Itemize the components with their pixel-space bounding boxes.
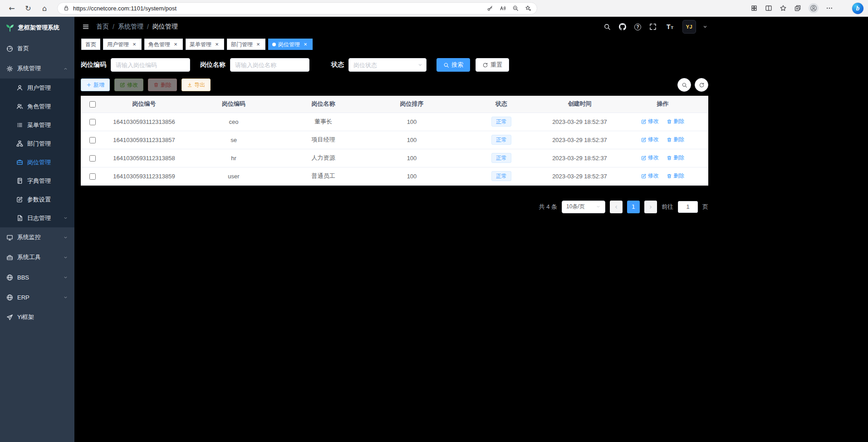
page-1-button[interactable]: 1 bbox=[627, 201, 640, 213]
breadcrumb-system-mgmt[interactable]: 系统管理 bbox=[118, 23, 143, 31]
address-bar[interactable]: https://ccnetcore.com:1101/system/post bbox=[57, 2, 537, 15]
next-page-button[interactable]: › bbox=[644, 201, 657, 213]
post-code-label: 岗位编码 bbox=[81, 61, 106, 69]
zoom-out-icon[interactable] bbox=[512, 5, 519, 11]
row-delete-link[interactable]: 删除 bbox=[667, 154, 684, 162]
row-edit-link[interactable]: 修改 bbox=[641, 154, 659, 162]
browser-back-button[interactable]: ← bbox=[5, 2, 19, 15]
avatar-caret-icon[interactable] bbox=[702, 24, 708, 29]
password-key-icon[interactable] bbox=[487, 5, 493, 11]
status-select-input[interactable] bbox=[348, 58, 427, 72]
post-name-input[interactable] bbox=[230, 58, 309, 72]
tab-close-icon[interactable]: × bbox=[214, 41, 220, 48]
sidebar-item-label: 首页 bbox=[17, 44, 29, 53]
goto-page-input[interactable] bbox=[678, 201, 698, 213]
export-button[interactable]: 导出 bbox=[181, 79, 211, 91]
sidebar-item-label: 系统管理 bbox=[17, 64, 41, 73]
add-button[interactable]: 新增 bbox=[81, 79, 110, 91]
col-status: 状态 bbox=[461, 96, 542, 113]
sidebar-item-yi-framework[interactable]: Yi框架 bbox=[0, 307, 74, 327]
page-size-select[interactable]: 10条/页 bbox=[562, 201, 605, 213]
sidebar-item-system-tools[interactable]: 系统工具 bbox=[0, 247, 74, 267]
tab-close-icon[interactable]: × bbox=[302, 41, 309, 48]
github-button[interactable] bbox=[618, 22, 627, 31]
font-size-button[interactable]: TT bbox=[664, 23, 676, 31]
user-avatar[interactable]: YJ bbox=[682, 20, 696, 34]
status-label: 状态 bbox=[331, 61, 344, 69]
sidebar-item-bbs[interactable]: BBS bbox=[0, 267, 74, 287]
font-size-icon: T bbox=[667, 23, 671, 30]
tab-close-icon[interactable]: × bbox=[255, 41, 261, 48]
tab-role-mgmt[interactable]: 角色管理× bbox=[144, 39, 183, 50]
row-delete-link[interactable]: 删除 bbox=[667, 136, 684, 143]
prev-page-button[interactable]: ‹ bbox=[610, 201, 623, 213]
sidebar-item-role-mgmt[interactable]: 角色管理 bbox=[0, 97, 74, 116]
sidebar-item-menu-mgmt[interactable]: 菜单管理 bbox=[0, 116, 74, 134]
row-checkbox[interactable] bbox=[89, 173, 96, 180]
breadcrumb-home[interactable]: 首页 bbox=[96, 23, 109, 31]
row-edit-link[interactable]: 修改 bbox=[641, 118, 659, 125]
tab-close-icon[interactable]: × bbox=[131, 41, 137, 48]
read-aloud-icon[interactable] bbox=[500, 5, 506, 11]
sidebar-item-erp[interactable]: ERP bbox=[0, 287, 74, 307]
browser-home-button[interactable]: ⌂ bbox=[37, 2, 52, 15]
sidebar-item-label: 用户管理 bbox=[27, 84, 51, 92]
fullscreen-button[interactable] bbox=[648, 22, 657, 31]
cell-post-sort: 100 bbox=[363, 167, 461, 185]
browser-menu-dots-icon[interactable] bbox=[826, 5, 833, 12]
edit-icon bbox=[16, 196, 23, 203]
row-delete-link[interactable]: 删除 bbox=[667, 172, 684, 180]
breadcrumb: 首页 / 系统管理 / 岗位管理 bbox=[96, 23, 178, 31]
tab-post-mgmt[interactable]: 岗位管理× bbox=[268, 39, 313, 50]
table-row: 1641030593112313859 user 普通员工 100 正常 202… bbox=[81, 167, 708, 185]
sidebar-toggle-button[interactable] bbox=[81, 22, 90, 31]
app-logo[interactable]: 意框架管理系统 bbox=[0, 17, 74, 39]
sidebar-item-param-settings[interactable]: 参数设置 bbox=[0, 190, 74, 209]
toggle-search-button[interactable] bbox=[677, 78, 691, 92]
sidebar-item-user-mgmt[interactable]: 用户管理 bbox=[0, 79, 74, 97]
reset-button[interactable]: 重置 bbox=[476, 58, 509, 72]
status-select[interactable] bbox=[348, 58, 427, 72]
post-code-input[interactable] bbox=[111, 58, 190, 72]
sidebar-item-post-mgmt[interactable]: 岗位管理 bbox=[0, 153, 74, 172]
collections-icon[interactable] bbox=[794, 5, 801, 12]
sidebar-item-label: 系统工具 bbox=[17, 253, 41, 261]
browser-refresh-button[interactable]: ↻ bbox=[21, 2, 35, 15]
tab-menu-mgmt[interactable]: 菜单管理× bbox=[186, 39, 224, 50]
split-screen-icon[interactable] bbox=[765, 5, 772, 12]
edit-button[interactable]: 修改 bbox=[114, 79, 143, 91]
row-edit-link[interactable]: 修改 bbox=[641, 136, 659, 143]
tab-dept-mgmt[interactable]: 部门管理× bbox=[227, 39, 265, 50]
tab-close-icon[interactable]: × bbox=[172, 41, 179, 48]
favorite-add-icon[interactable] bbox=[525, 5, 531, 11]
dashboard-icon bbox=[6, 45, 13, 52]
sidebar-item-dict-mgmt[interactable]: 字典管理 bbox=[0, 172, 74, 190]
sidebar-item-system-monitor[interactable]: 系统监控 bbox=[0, 227, 74, 247]
tab-home[interactable]: 首页 bbox=[81, 39, 100, 50]
status-badge: 正常 bbox=[491, 117, 511, 127]
question-icon: ? bbox=[634, 24, 641, 30]
sidebar-item-log-mgmt[interactable]: 日志管理 bbox=[0, 209, 74, 227]
search-button[interactable]: 搜索 bbox=[436, 58, 470, 72]
row-edit-link[interactable]: 修改 bbox=[641, 172, 659, 180]
sidebar: 意框架管理系统 首页 系统管理 用户管理 角色管理 bbox=[0, 17, 74, 442]
bing-copilot-button[interactable]: b bbox=[852, 3, 863, 14]
table-row: 1641030593112313858 hr 人力资源 100 正常 2023-… bbox=[81, 149, 708, 167]
sidebar-item-home[interactable]: 首页 bbox=[0, 39, 74, 59]
row-delete-link[interactable]: 删除 bbox=[667, 118, 684, 125]
favorites-icon[interactable] bbox=[780, 5, 787, 12]
extensions-icon[interactable] bbox=[750, 5, 758, 12]
tab-user-mgmt[interactable]: 用户管理× bbox=[103, 39, 142, 50]
refresh-table-button[interactable] bbox=[695, 78, 708, 92]
row-checkbox[interactable] bbox=[89, 137, 96, 143]
sidebar-item-system-mgmt[interactable]: 系统管理 bbox=[0, 59, 74, 79]
sidebar-item-dept-mgmt[interactable]: 部门管理 bbox=[0, 134, 74, 153]
delete-button[interactable]: 删除 bbox=[148, 79, 177, 91]
row-checkbox[interactable] bbox=[89, 155, 96, 162]
header-search-button[interactable] bbox=[603, 22, 612, 31]
row-checkbox[interactable] bbox=[89, 119, 96, 125]
chevron-down-icon bbox=[63, 255, 68, 260]
help-button[interactable]: ? bbox=[633, 23, 642, 31]
browser-profile-avatar[interactable] bbox=[809, 3, 819, 13]
select-all-checkbox[interactable] bbox=[89, 101, 96, 108]
